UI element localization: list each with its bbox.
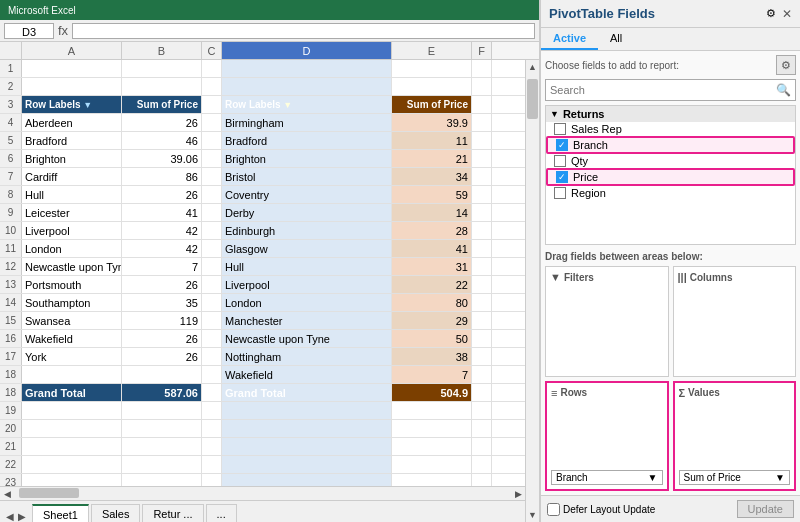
cell[interactable] <box>202 294 222 311</box>
cell[interactable]: 504.9 <box>392 384 472 401</box>
cell[interactable]: Derby <box>222 204 392 221</box>
tab-prev[interactable]: ◀ <box>6 511 14 522</box>
cell[interactable] <box>222 60 392 77</box>
update-button[interactable]: Update <box>737 500 794 518</box>
cell[interactable] <box>122 60 202 77</box>
cell[interactable] <box>392 438 472 455</box>
checkbox-price[interactable]: ✓ <box>556 171 568 183</box>
col-header-a[interactable]: A <box>22 42 122 59</box>
scroll-right[interactable]: ▶ <box>511 489 525 499</box>
cell[interactable] <box>122 420 202 437</box>
cell[interactable] <box>472 132 492 149</box>
field-item-region[interactable]: Region <box>546 186 795 200</box>
cell[interactable]: 34 <box>392 168 472 185</box>
formula-input[interactable] <box>72 23 535 39</box>
cell[interactable]: 86 <box>122 168 202 185</box>
defer-checkbox[interactable] <box>547 503 560 516</box>
cell[interactable] <box>122 474 202 486</box>
cell[interactable]: London <box>222 294 392 311</box>
cell[interactable]: 41 <box>392 240 472 257</box>
cell[interactable] <box>202 420 222 437</box>
cell[interactable]: 21 <box>392 150 472 167</box>
cell[interactable]: 42 <box>122 240 202 257</box>
scroll-down[interactable]: ▼ <box>526 508 540 522</box>
cell[interactable] <box>222 420 392 437</box>
cell[interactable] <box>202 402 222 419</box>
cell[interactable] <box>472 330 492 347</box>
cell[interactable] <box>122 402 202 419</box>
field-item-qty[interactable]: Qty <box>546 154 795 168</box>
cell[interactable] <box>472 96 492 113</box>
cell[interactable]: 39.9 <box>392 114 472 131</box>
checkbox-salesrep[interactable] <box>554 123 566 135</box>
cell[interactable] <box>202 258 222 275</box>
scroll-up[interactable]: ▲ <box>526 60 540 74</box>
cell[interactable] <box>472 186 492 203</box>
cell[interactable]: 46 <box>122 132 202 149</box>
col-header-d[interactable]: D <box>222 42 392 59</box>
cell[interactable]: York <box>22 348 122 365</box>
col-header-f[interactable]: F <box>472 42 492 59</box>
cell[interactable] <box>202 96 222 113</box>
cell[interactable]: Newcastle upon Tyne <box>222 330 392 347</box>
cell[interactable] <box>472 348 492 365</box>
cell[interactable] <box>222 438 392 455</box>
cell[interactable]: Grand Total <box>22 384 122 401</box>
rows-dropdown[interactable]: Branch ▼ <box>551 470 663 485</box>
cell[interactable] <box>472 312 492 329</box>
cell[interactable] <box>202 60 222 77</box>
tab-next[interactable]: ▶ <box>18 511 26 522</box>
cell[interactable]: Sum of Price <box>122 96 202 113</box>
cell[interactable] <box>202 384 222 401</box>
cell[interactable]: Edinburgh <box>222 222 392 239</box>
checkbox-branch[interactable]: ✓ <box>556 139 568 151</box>
cell-ref[interactable]: D3 <box>4 23 54 39</box>
cell[interactable] <box>22 420 122 437</box>
cell[interactable] <box>472 438 492 455</box>
cell[interactable]: 59 <box>392 186 472 203</box>
cell[interactable]: 26 <box>122 186 202 203</box>
search-box[interactable]: 🔍 <box>545 79 796 101</box>
search-input[interactable] <box>550 84 776 96</box>
cell[interactable]: 38 <box>392 348 472 365</box>
cell[interactable]: 7 <box>392 366 472 383</box>
cell[interactable] <box>472 294 492 311</box>
cell[interactable]: Cardiff <box>22 168 122 185</box>
cell[interactable] <box>202 204 222 221</box>
cell[interactable]: 26 <box>122 114 202 131</box>
cell[interactable] <box>472 204 492 221</box>
cell[interactable]: Portsmouth <box>22 276 122 293</box>
cell[interactable] <box>392 474 472 486</box>
cell[interactable]: 28 <box>392 222 472 239</box>
cell[interactable]: 29 <box>392 312 472 329</box>
col-header-e[interactable]: E <box>392 42 472 59</box>
cell[interactable] <box>122 78 202 95</box>
cell[interactable]: Brighton <box>22 150 122 167</box>
h-scroll-track[interactable] <box>14 487 511 500</box>
cell[interactable] <box>222 474 392 486</box>
cell[interactable] <box>122 366 202 383</box>
cell[interactable] <box>472 240 492 257</box>
cell[interactable] <box>392 78 472 95</box>
cell[interactable]: Bradford <box>22 132 122 149</box>
cell[interactable] <box>202 114 222 131</box>
cell[interactable] <box>472 60 492 77</box>
cell[interactable] <box>122 438 202 455</box>
cell[interactable] <box>472 150 492 167</box>
cell[interactable]: Brighton <box>222 150 392 167</box>
cell[interactable]: 50 <box>392 330 472 347</box>
h-scroll-thumb[interactable] <box>19 488 79 498</box>
cell[interactable] <box>472 474 492 486</box>
panel-close-button[interactable]: ✕ <box>782 7 792 21</box>
values-dropdown[interactable]: Sum of Price ▼ <box>679 470 791 485</box>
scroll-track[interactable] <box>526 74 539 508</box>
cell[interactable] <box>22 456 122 473</box>
cell[interactable] <box>22 78 122 95</box>
cell[interactable]: 42 <box>122 222 202 239</box>
cell[interactable] <box>222 402 392 419</box>
cell[interactable] <box>472 114 492 131</box>
cell[interactable]: Wakefield <box>22 330 122 347</box>
cell[interactable] <box>202 186 222 203</box>
cell[interactable] <box>472 384 492 401</box>
cell[interactable]: 26 <box>122 276 202 293</box>
